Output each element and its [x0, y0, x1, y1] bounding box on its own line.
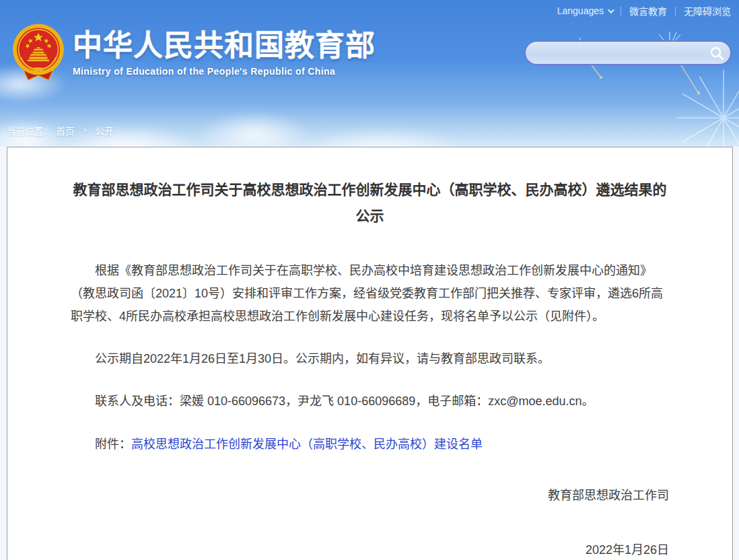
divider — [621, 7, 621, 15]
breadcrumb-gongkai[interactable]: 公开 — [96, 124, 114, 137]
topbar-link-weiyan[interactable]: 微言教育 — [629, 4, 667, 18]
announcement-panel: 教育部思想政治工作司关于高校思想政治工作创新发展中心（高职学校、民办高校）遴选结… — [7, 147, 733, 560]
site-title: 中华人民共和国教育部 — [73, 30, 376, 61]
publish-date: 2022年1月26日 — [71, 538, 669, 560]
site-subtitle: Ministry of Education of the People's Re… — [73, 66, 376, 77]
national-emblem — [9, 22, 67, 87]
site-header: Languages 微言教育 无障碍浏览 — [0, 0, 739, 147]
article-paragraph-contacts: 联系人及电话：梁媛 010-66096673，尹龙飞 010-66096689，… — [71, 390, 669, 413]
attachment-link[interactable]: 高校思想政治工作创新发展中心（高职学校、民办高校）建设名单 — [131, 438, 483, 451]
search-input[interactable] — [526, 42, 703, 64]
chevron-down-icon — [608, 7, 614, 13]
article-title: 教育部思想政治工作司关于高校思想政治工作创新发展中心（高职学校、民办高校）遴选结… — [71, 177, 669, 230]
breadcrumb-separator: > — [83, 126, 87, 135]
attachment-line: 附件：高校思想政治工作创新发展中心（高职学校、民办高校）建设名单 — [71, 433, 669, 456]
search-box[interactable] — [524, 40, 732, 65]
dandelion-decoration — [666, 61, 739, 147]
article-paragraph: 公示期自2022年1月26日至1月30日。公示期内，如有异议，请与教育部思政司联… — [71, 347, 669, 370]
page: Languages 微言教育 无障碍浏览 — [0, 0, 739, 560]
topbar-link-accessibility[interactable]: 无障碍浏览 — [684, 4, 731, 18]
brand-text: 中华人民共和国教育部 Ministry of Education of the … — [73, 22, 376, 77]
divider — [675, 7, 676, 15]
attachment-label: 附件： — [95, 438, 131, 451]
breadcrumb: 当前位置： 首页 > 公开 — [7, 124, 114, 137]
search-button[interactable] — [703, 42, 730, 64]
breadcrumb-label: 当前位置： — [7, 124, 52, 137]
content-area: 教育部思想政治工作司关于高校思想政治工作创新发展中心（高职学校、民办高校）遴选结… — [0, 147, 739, 560]
breadcrumb-home[interactable]: 首页 — [57, 124, 75, 137]
issuer-signature: 教育部思想政治工作司 — [71, 484, 669, 507]
languages-menu[interactable]: Languages — [557, 5, 612, 16]
languages-label: Languages — [557, 5, 604, 16]
search-icon — [709, 46, 724, 61]
utility-nav: Languages 微言教育 无障碍浏览 — [557, 4, 731, 18]
article-paragraph: 根据《教育部思想政治工作司关于在高职学校、民办高校中培育建设思想政治工作创新发展… — [71, 259, 669, 328]
site-brand: 中华人民共和国教育部 Ministry of Education of the … — [9, 22, 376, 87]
